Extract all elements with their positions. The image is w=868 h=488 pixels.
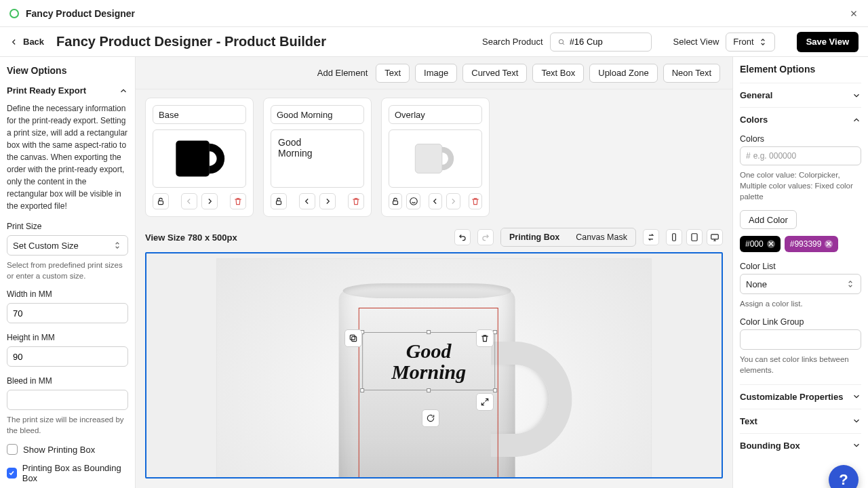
layer-card-text[interactable]: Good Morning GoodMorning xyxy=(263,98,372,217)
trash-icon[interactable] xyxy=(469,193,482,209)
canvas-mode-toggle[interactable]: Printing Box Canvas Mask xyxy=(500,228,636,247)
section-bounding-box[interactable]: Bounding Box xyxy=(740,433,861,458)
back-button[interactable]: Back xyxy=(9,37,44,47)
add-text-box-button[interactable]: Text Box xyxy=(532,64,584,83)
add-color-button[interactable]: Add Color xyxy=(740,210,797,229)
rotate-icon[interactable] xyxy=(422,409,439,427)
section-text[interactable]: Text xyxy=(740,409,861,433)
layer-card-overlay[interactable]: Overlay xyxy=(381,98,490,217)
print-size-select[interactable]: Set Custom Size xyxy=(7,235,128,256)
show-printing-box-checkbox[interactable]: Show Printing Box xyxy=(7,444,128,455)
colors-hex-input[interactable]: # e.g. 000000 xyxy=(740,146,861,165)
print-size-help: Select from predefined print sizes or en… xyxy=(7,260,128,281)
select-view-value: Front xyxy=(733,37,753,47)
search-input[interactable] xyxy=(550,33,652,52)
chevron-right-icon[interactable] xyxy=(319,193,336,209)
trash-icon[interactable] xyxy=(476,329,494,347)
redo-icon[interactable] xyxy=(477,229,494,245)
sort-icon xyxy=(113,241,122,250)
bleed-input[interactable] xyxy=(7,390,128,410)
color-chip[interactable]: #993399 ✕ xyxy=(785,236,839,252)
svg-rect-7 xyxy=(673,234,676,241)
expand-icon[interactable] xyxy=(476,393,494,411)
tablet-icon[interactable] xyxy=(686,229,703,245)
color-list-help: Assign a color list. xyxy=(740,298,861,309)
printing-box-as-bb-checkbox[interactable]: Printing Box as Bounding Box xyxy=(7,463,128,483)
save-view-button[interactable]: Save View xyxy=(797,32,859,52)
hash-icon: # xyxy=(746,151,751,161)
layer-preview: GoodMorning xyxy=(271,129,364,188)
width-input[interactable] xyxy=(7,303,128,323)
lock-icon[interactable] xyxy=(153,193,169,209)
print-size-label: Print Size xyxy=(7,222,128,231)
toggle-printing-box[interactable]: Printing Box xyxy=(501,228,568,246)
add-curved-text-button[interactable]: Curved Text xyxy=(462,64,527,83)
height-input[interactable] xyxy=(7,346,128,367)
sort-icon xyxy=(846,279,855,289)
color-list-select[interactable]: None xyxy=(740,274,861,294)
smile-icon[interactable] xyxy=(406,193,420,209)
section-custom-props[interactable]: Customizable Properties xyxy=(740,384,861,409)
page-title: Fancy Product Designer - Product Builder xyxy=(56,34,470,49)
clg-label: Color Link Group xyxy=(740,317,861,327)
select-view-dropdown[interactable]: Front xyxy=(726,33,774,52)
section-general[interactable]: General xyxy=(740,83,861,107)
chevron-left-icon[interactable] xyxy=(429,193,442,209)
layer-name-input[interactable]: Good Morning xyxy=(271,105,364,124)
text-selection[interactable]: GoodMorning xyxy=(362,332,495,390)
chevron-right-icon[interactable] xyxy=(446,193,460,209)
svg-point-0 xyxy=(559,39,563,43)
chevron-left-icon[interactable] xyxy=(299,193,315,209)
view-size-label: View Size 780 x 500px xyxy=(145,232,448,243)
search-field[interactable] xyxy=(570,37,644,47)
trash-icon[interactable] xyxy=(230,193,246,209)
section-colors[interactable]: Colors xyxy=(740,107,861,131)
layer-preview xyxy=(153,129,246,188)
layer-preview xyxy=(389,129,482,188)
section-print-export[interactable]: Print Ready Export xyxy=(7,85,128,96)
app-title: Fancy Product Designer xyxy=(26,8,842,19)
add-upload-zone-button[interactable]: Upload Zone xyxy=(589,64,657,83)
sort-icon xyxy=(758,37,768,47)
chevron-right-icon[interactable] xyxy=(201,193,218,209)
color-chip[interactable]: #000 ✕ xyxy=(740,236,781,252)
layer-name-input[interactable]: Base xyxy=(153,105,246,124)
clg-help: You can set color links between elements… xyxy=(740,354,861,375)
desktop-icon[interactable] xyxy=(707,229,723,245)
chevron-down-icon xyxy=(852,91,861,100)
svg-rect-4 xyxy=(415,144,442,174)
svg-rect-8 xyxy=(692,234,697,241)
svg-rect-10 xyxy=(352,337,357,342)
undo-icon[interactable] xyxy=(454,229,471,245)
add-neon-text-button[interactable]: Neon Text xyxy=(663,64,720,83)
add-text-button[interactable]: Text xyxy=(376,64,410,83)
lock-icon[interactable] xyxy=(389,193,402,209)
duplicate-icon[interactable] xyxy=(344,329,362,347)
trash-icon[interactable] xyxy=(348,193,364,209)
design-canvas[interactable]: GoodMorning Color xyxy=(145,252,723,479)
toggle-canvas-mask[interactable]: Canvas Mask xyxy=(568,228,635,246)
layer-card-base[interactable]: Base xyxy=(145,98,254,217)
canvas-text[interactable]: GoodMorning xyxy=(391,340,466,383)
section-description: Define the necessary information for the… xyxy=(7,102,128,212)
clg-input[interactable] xyxy=(740,329,861,350)
app-logo xyxy=(9,9,19,18)
phone-icon[interactable] xyxy=(666,229,682,245)
remove-icon[interactable]: ✕ xyxy=(825,240,833,248)
search-label: Search Product xyxy=(482,37,543,47)
close-icon[interactable] xyxy=(849,9,859,18)
svg-rect-9 xyxy=(711,235,719,239)
svg-rect-3 xyxy=(277,201,281,204)
lock-icon[interactable] xyxy=(271,193,287,209)
layer-name-input[interactable]: Overlay xyxy=(389,105,482,124)
bleed-help: The print size will be increased by the … xyxy=(7,414,128,436)
swap-icon[interactable] xyxy=(643,229,659,245)
add-image-button[interactable]: Image xyxy=(415,64,457,83)
checkbox-checked-icon xyxy=(7,468,17,479)
search-icon xyxy=(557,37,566,47)
svg-rect-2 xyxy=(159,201,163,204)
width-label: Width in MM xyxy=(7,289,128,299)
chevron-down-icon xyxy=(852,441,861,450)
remove-icon[interactable]: ✕ xyxy=(767,240,775,248)
chevron-left-icon[interactable] xyxy=(181,193,197,209)
